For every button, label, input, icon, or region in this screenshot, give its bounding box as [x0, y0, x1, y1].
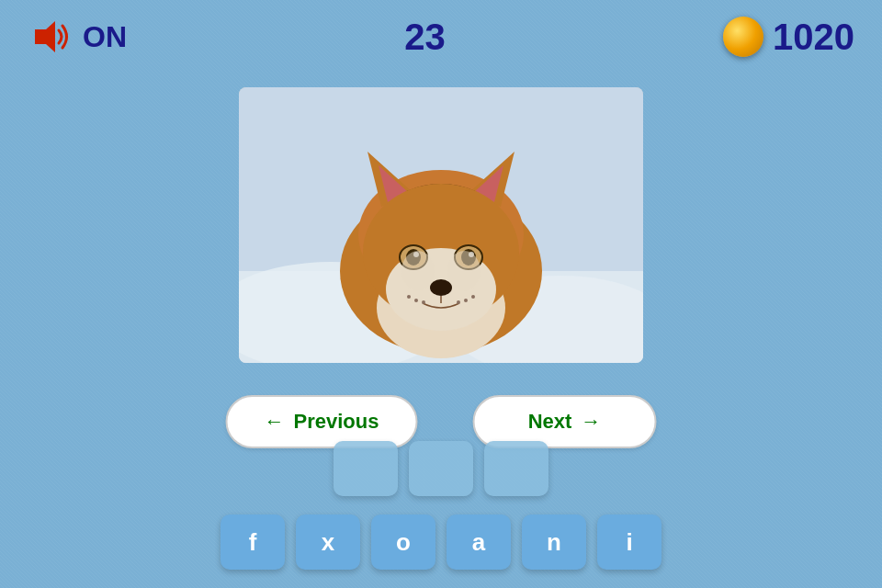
previous-label: Previous [294, 410, 379, 434]
svg-point-25 [407, 295, 411, 299]
header: ON 23 1020 [0, 0, 882, 74]
sound-label: ON [83, 20, 127, 54]
letter-tile-n[interactable]: n [522, 514, 586, 570]
svg-point-28 [471, 295, 475, 299]
letter-tile-i[interactable]: i [597, 514, 662, 570]
answer-slot-1[interactable] [334, 441, 398, 496]
score-display: 23 [404, 17, 446, 58]
animal-image-container [239, 87, 643, 363]
fox-image [239, 87, 643, 363]
letter-choices: f x o a n i [220, 514, 662, 570]
coin-icon [723, 17, 763, 57]
letter-tile-f[interactable]: f [220, 514, 285, 570]
answer-slot-3[interactable] [484, 441, 548, 496]
svg-marker-0 [35, 21, 55, 52]
left-arrow-icon: ← [265, 410, 285, 434]
sound-icon [28, 14, 74, 60]
letter-tile-o[interactable]: o [371, 514, 435, 570]
coin-area: 1020 [723, 17, 854, 58]
letter-tile-x[interactable]: x [296, 514, 360, 570]
svg-point-30 [457, 300, 460, 304]
letter-tile-a[interactable]: a [447, 514, 511, 570]
answer-slot-2[interactable] [409, 441, 473, 496]
svg-point-26 [414, 299, 418, 302]
sound-control[interactable]: ON [28, 14, 127, 60]
svg-point-29 [464, 299, 468, 302]
svg-point-27 [422, 300, 425, 304]
coin-score: 1020 [773, 17, 854, 58]
answer-slots [334, 441, 548, 496]
svg-point-23 [430, 279, 452, 296]
next-label: Next [528, 410, 572, 434]
svg-point-32 [447, 251, 481, 291]
right-arrow-icon: → [581, 410, 601, 434]
svg-point-31 [401, 251, 435, 291]
